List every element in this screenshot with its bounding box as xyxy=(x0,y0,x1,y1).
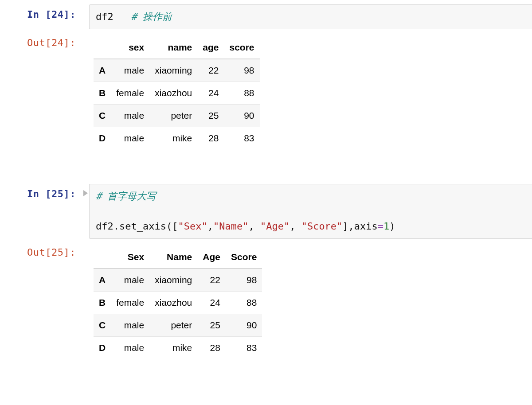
dataframe-table: sexnameagescoreAmalexiaoming2298Bfemalex… xyxy=(94,36,260,149)
df-cell: mike xyxy=(149,337,197,359)
cell-input-24: In [24]: df2 # 操作前 xyxy=(0,4,532,29)
df-column-header: sex xyxy=(111,36,149,59)
df-row-index: D xyxy=(94,337,111,359)
df-cell: xiaoming xyxy=(149,269,197,292)
df-cell: 24 xyxy=(197,82,224,105)
df-cell: 25 xyxy=(197,314,226,337)
cell-output-25: Out[25]: SexNameAgeScoreAmalexiaoming229… xyxy=(0,242,532,359)
table-row: Amalexiaoming2298 xyxy=(94,269,262,292)
df-cell: 83 xyxy=(226,337,262,359)
df-cell: 24 xyxy=(197,292,226,314)
code-token: , xyxy=(207,221,213,232)
prompt-out: Out[24]: xyxy=(0,33,82,48)
df-cell: 25 xyxy=(197,105,224,127)
code-token: # 首字母大写 xyxy=(96,191,156,202)
df-cell: 28 xyxy=(197,337,226,359)
df-index-header xyxy=(94,36,111,59)
df-column-header: age xyxy=(197,36,224,59)
prompt-in: In [24]: xyxy=(0,4,82,20)
df-column-header: score xyxy=(224,36,259,59)
df-cell: xiaozhou xyxy=(149,292,197,314)
table-row: Cmalepeter2590 xyxy=(94,105,260,127)
df-cell: 98 xyxy=(224,59,259,82)
code-token: ) xyxy=(389,221,395,232)
code-token: "Age" xyxy=(260,221,289,232)
df-cell: peter xyxy=(149,105,197,127)
code-token: ],axis xyxy=(342,221,377,232)
code-input[interactable]: # 首字母大写 df2.set_axis(["Sex","Name", "Age… xyxy=(89,184,532,239)
df-cell: female xyxy=(111,82,149,105)
code-token: , xyxy=(248,221,260,232)
df-cell: mike xyxy=(149,127,197,150)
code-token xyxy=(113,11,131,22)
df-row-index: B xyxy=(94,292,111,314)
df-cell: xiaoming xyxy=(149,59,197,82)
df-row-index: C xyxy=(94,314,111,337)
df-column-header: Sex xyxy=(111,246,149,269)
df-cell: female xyxy=(111,292,149,314)
code-token: # 操作前 xyxy=(131,11,172,22)
df-cell: male xyxy=(111,59,149,82)
df-cell: male xyxy=(111,127,149,150)
code-token: , xyxy=(289,221,301,232)
df-cell: 98 xyxy=(226,269,262,292)
df-cell: 88 xyxy=(224,82,259,105)
df-row-index: B xyxy=(94,82,111,105)
df-cell: 28 xyxy=(197,127,224,150)
df-column-header: name xyxy=(149,36,197,59)
df-column-header: Age xyxy=(197,246,226,269)
prompt-out: Out[25]: xyxy=(0,242,82,258)
code-token: "Sex" xyxy=(178,221,207,232)
df-cell: male xyxy=(111,314,149,337)
df-column-header: Score xyxy=(226,246,262,269)
df-cell: 90 xyxy=(224,105,259,127)
df-row-index: C xyxy=(94,105,111,127)
table-row: Bfemalexiaozhou2488 xyxy=(94,82,260,105)
code-token: = xyxy=(378,221,383,232)
df-row-index: D xyxy=(94,127,111,150)
table-row: Bfemalexiaozhou2488 xyxy=(94,292,262,314)
df-row-index: A xyxy=(94,59,111,82)
cell-spacer xyxy=(0,153,532,184)
df-cell: 88 xyxy=(226,292,262,314)
df-index-header xyxy=(94,246,111,269)
df-cell: xiaozhou xyxy=(149,82,197,105)
table-row: Dmalemike2883 xyxy=(94,127,260,150)
table-row: Cmalepeter2590 xyxy=(94,314,262,337)
code-token: 1 xyxy=(383,221,389,232)
code-token: "Score" xyxy=(301,221,343,232)
df-cell: male xyxy=(111,105,149,127)
code-token: df2.set_axis([ xyxy=(96,221,178,232)
df-cell: 22 xyxy=(197,269,226,292)
df-cell: 22 xyxy=(197,59,224,82)
run-toggle-col xyxy=(82,184,89,196)
df-row-index: A xyxy=(94,269,111,292)
dataframe-table: SexNameAgeScoreAmalexiaoming2298Bfemalex… xyxy=(94,246,262,359)
prompt-in: In [25]: xyxy=(0,184,82,199)
cell-input-25: In [25]: # 首字母大写 df2.set_axis(["Sex","Na… xyxy=(0,184,532,239)
df-cell: male xyxy=(111,269,149,292)
run-cell-icon[interactable] xyxy=(83,190,88,196)
code-token: "Name" xyxy=(213,221,248,232)
table-row: Amalexiaoming2298 xyxy=(94,59,260,82)
cell-output-24: Out[24]: sexnameagescoreAmalexiaoming229… xyxy=(0,33,532,149)
run-toggle-col xyxy=(82,4,89,11)
code-input[interactable]: df2 # 操作前 xyxy=(89,4,532,29)
df-cell: male xyxy=(111,337,149,359)
table-row: Dmalemike2883 xyxy=(94,337,262,359)
df-cell: 90 xyxy=(226,314,262,337)
df-cell: peter xyxy=(149,314,197,337)
code-token: df2 xyxy=(96,11,113,22)
df-column-header: Name xyxy=(149,246,197,269)
df-cell: 83 xyxy=(224,127,259,150)
